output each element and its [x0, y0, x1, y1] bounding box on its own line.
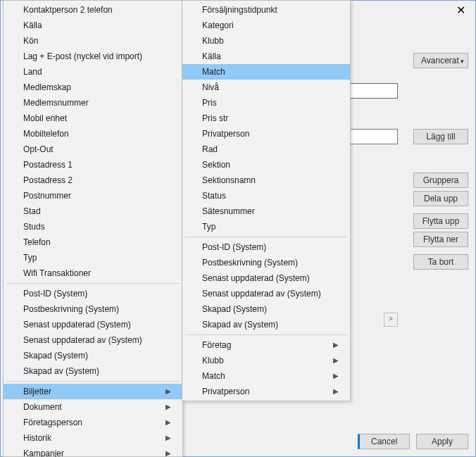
chevron-right-icon: ▶: [333, 370, 339, 382]
menu-item-label: Senast uppdaterad av (System): [202, 288, 321, 299]
menu-item[interactable]: Medlemsnummer: [4, 95, 182, 111]
menu-item-label: Studs: [23, 221, 45, 232]
menu-item[interactable]: Nivå: [182, 80, 350, 95]
menu-item[interactable]: Stad: [4, 204, 182, 219]
menu-item-label: Senast uppdaterad (System): [23, 319, 131, 330]
menu-item[interactable]: Biljetter▶: [4, 384, 182, 399]
move-up-button[interactable]: Flytta upp: [413, 213, 468, 229]
menu-item-label: Stad: [23, 206, 41, 217]
menu-item[interactable]: Skapad (System): [4, 348, 182, 363]
menu-item[interactable]: Postnummer: [4, 188, 182, 204]
menu-item[interactable]: Match: [182, 64, 350, 80]
menu-item-label: Post-ID (System): [202, 242, 266, 253]
remove-button[interactable]: Ta bort: [413, 254, 468, 270]
menu-item-label: Historik: [23, 432, 51, 444]
menu-item-label: Pris: [202, 97, 217, 108]
chevron-right-icon: ▶: [333, 386, 339, 397]
menu-item[interactable]: Postadress 1: [4, 157, 182, 173]
advanced-button[interactable]: Avancerat▾: [413, 53, 468, 68]
menu-item[interactable]: Företagsperson▶: [4, 415, 182, 430]
menu-item[interactable]: Senast uppdaterad (System): [182, 270, 350, 286]
menu-item-label: Företag: [202, 339, 231, 351]
menu-item[interactable]: Land: [4, 64, 182, 80]
menu-item[interactable]: Senast uppdaterad av (System): [182, 286, 350, 301]
chevron-right-icon: ▶: [165, 448, 171, 457]
menu-item[interactable]: Lag + E-post (nyckel vid import): [4, 49, 182, 64]
menu-item[interactable]: Senast uppdaterad av (System): [4, 332, 182, 348]
move-down-button[interactable]: Flytta ner: [413, 232, 468, 247]
close-button[interactable]: ✕: [452, 4, 470, 18]
menu-item[interactable]: Kategori: [182, 18, 350, 33]
menu-item[interactable]: Försäljningstidpunkt: [182, 2, 350, 18]
menu-item[interactable]: Dokument▶: [4, 399, 182, 415]
menu-item-label: Privatperson: [202, 386, 249, 397]
menu-item[interactable]: Klubb▶: [182, 353, 350, 368]
menu-item-label: Lag + E-post (nyckel vid import): [23, 51, 142, 62]
menu-item[interactable]: Mobiltelefon: [4, 126, 182, 142]
menu-item-label: Försäljningstidpunkt: [202, 4, 277, 15]
menu-item[interactable]: Företag▶: [182, 337, 350, 353]
split-button[interactable]: Dela upp: [413, 191, 468, 206]
menu-item[interactable]: Studs: [4, 219, 182, 234]
menu-item[interactable]: Skapad av (System): [182, 317, 350, 332]
menu-item[interactable]: Klubb: [182, 33, 350, 49]
menu-item[interactable]: Post-ID (System): [182, 239, 350, 255]
menu-item-label: Mobiltelefon: [23, 128, 69, 139]
menu-item-label: Postbeskrivning (System): [23, 303, 119, 315]
cancel-button[interactable]: Cancel: [358, 434, 410, 449]
menu-separator: [185, 237, 347, 237]
menu-item-label: Företagsperson: [23, 417, 82, 428]
menu-item-label: Pris str: [202, 113, 228, 124]
menu-item[interactable]: Källa: [182, 49, 350, 64]
menu-item-label: Kontaktperson 2 telefon: [23, 4, 113, 15]
menu-item-label: Dokument: [23, 401, 62, 413]
apply-button[interactable]: Apply: [416, 434, 468, 449]
menu-item-label: Klubb: [202, 355, 224, 366]
menu-item[interactable]: Pris str: [182, 111, 350, 126]
menu-item[interactable]: Rad: [182, 142, 350, 157]
menu-item[interactable]: Telefon: [4, 234, 182, 250]
menu-item[interactable]: Privatperson: [182, 126, 350, 142]
menu-item[interactable]: Skapad av (System): [4, 363, 182, 379]
value-input-small[interactable]: [343, 83, 398, 99]
menu-item[interactable]: Källa: [4, 18, 182, 33]
menu-item-label: Sektionsnamn: [202, 175, 256, 186]
menu-item[interactable]: Postadress 2: [4, 173, 182, 188]
context-menu-right: FörsäljningstidpunktKategoriKlubbKällaMa…: [182, 0, 351, 401]
group-button[interactable]: Gruppera: [413, 173, 468, 188]
menu-item[interactable]: Typ: [4, 250, 182, 265]
menu-item[interactable]: Wifi Transaktioner: [4, 265, 182, 281]
add-button[interactable]: Lägg till: [413, 129, 468, 144]
menu-item-label: Kampanjer: [23, 448, 64, 457]
menu-item[interactable]: Pris: [182, 95, 350, 111]
menu-item[interactable]: Match▶: [182, 368, 350, 384]
menu-item[interactable]: Postbeskrivning (System): [4, 301, 182, 317]
menu-item-label: Match: [202, 66, 225, 77]
scroll-right-button[interactable]: >: [384, 313, 398, 327]
menu-item[interactable]: Post-ID (System): [4, 286, 182, 301]
menu-item-label: Match: [202, 370, 225, 382]
menu-item-label: Land: [23, 66, 42, 77]
menu-item[interactable]: Kontaktperson 2 telefon: [4, 2, 182, 18]
menu-item-label: Typ: [202, 221, 215, 232]
chevron-right-icon: ▶: [333, 339, 339, 351]
menu-item[interactable]: Privatperson▶: [182, 384, 350, 399]
menu-item[interactable]: Sektionsnamn: [182, 173, 350, 188]
menu-item[interactable]: Medlemskap: [4, 80, 182, 95]
menu-item[interactable]: Sektion: [182, 157, 350, 173]
menu-item-label: Mobil enhet: [23, 113, 67, 124]
menu-item[interactable]: Status: [182, 188, 350, 204]
menu-item[interactable]: Kön: [4, 33, 182, 49]
menu-item[interactable]: Postbeskrivning (System): [182, 255, 350, 270]
menu-item[interactable]: Opt-Out: [4, 142, 182, 157]
menu-item[interactable]: Senast uppdaterad (System): [4, 317, 182, 332]
menu-item[interactable]: Mobil enhet: [4, 111, 182, 126]
menu-item-label: Rad: [202, 144, 218, 155]
menu-item-label: Opt-Out: [23, 144, 54, 155]
menu-item-label: Klubb: [202, 35, 224, 46]
menu-item[interactable]: Sätesnummer: [182, 204, 350, 219]
menu-item[interactable]: Kampanjer▶: [4, 446, 182, 457]
menu-item[interactable]: Skapad (System): [182, 301, 350, 317]
menu-item[interactable]: Historik▶: [4, 430, 182, 446]
menu-item[interactable]: Typ: [182, 219, 350, 234]
